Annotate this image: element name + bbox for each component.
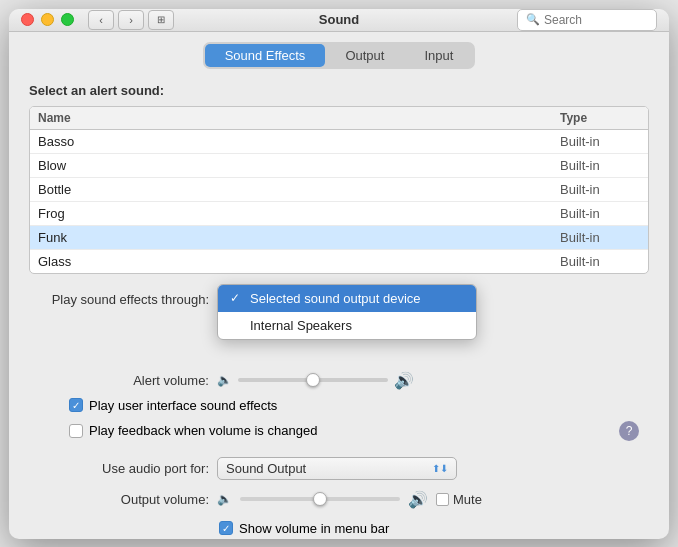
- dropdown-menu: ✓ Selected sound output device Internal …: [217, 284, 477, 340]
- tabs-bar: Sound Effects Output Input: [9, 32, 669, 69]
- window-title: Sound: [319, 12, 359, 27]
- audio-port-value: Sound Output: [226, 461, 306, 476]
- feedback-label: Play feedback when volume is changed: [89, 423, 317, 438]
- audio-port-select[interactable]: Sound Output ⬆⬇: [217, 457, 457, 480]
- check-icon: ✓: [230, 291, 246, 305]
- nav-buttons: ‹ ›: [88, 10, 144, 30]
- ui-sounds-row: Play user interface sound effects: [69, 398, 649, 413]
- close-button[interactable]: [21, 13, 34, 26]
- play-through-dropdown-wrapper: Selected sound output device ▲▼ ✓ Select…: [217, 288, 457, 311]
- traffic-lights: [21, 13, 74, 26]
- search-box[interactable]: 🔍: [517, 9, 657, 31]
- feedback-row: Play feedback when volume is changed ?: [69, 421, 649, 441]
- volume-high-icon: 🔊: [394, 371, 414, 390]
- table-row[interactable]: Frog Built-in: [30, 202, 648, 226]
- col-name: Name: [38, 111, 560, 125]
- tab-output[interactable]: Output: [325, 44, 404, 67]
- output-volume-low-icon: 🔈: [217, 492, 232, 506]
- sound-table: Name Type Basso Built-in Blow Built-in B…: [29, 106, 649, 274]
- dropdown-item-selected-device[interactable]: ✓ Selected sound output device: [218, 285, 476, 312]
- alert-volume-label: Alert volume:: [29, 373, 209, 388]
- search-icon: 🔍: [526, 13, 540, 26]
- dropdown-item-internal-speakers[interactable]: Internal Speakers: [218, 312, 476, 339]
- dropdown-item-label: Internal Speakers: [250, 318, 352, 333]
- ui-sounds-checkbox[interactable]: [69, 398, 83, 412]
- forward-button[interactable]: ›: [118, 10, 144, 30]
- output-volume-high-icon: 🔊: [408, 490, 428, 509]
- show-volume-checkbox[interactable]: [219, 521, 233, 535]
- search-input[interactable]: [544, 13, 648, 27]
- mute-label: Mute: [453, 492, 482, 507]
- tab-input[interactable]: Input: [404, 44, 473, 67]
- table-row[interactable]: Blow Built-in: [30, 154, 648, 178]
- table-row[interactable]: Bottle Built-in: [30, 178, 648, 202]
- sound-window: ‹ › ⊞ Sound 🔍 Sound Effects Output Input…: [9, 9, 669, 539]
- help-button[interactable]: ?: [619, 421, 639, 441]
- show-volume-label: Show volume in menu bar: [239, 521, 389, 536]
- volume-low-icon: 🔈: [217, 373, 232, 387]
- table-row[interactable]: Glass Built-in: [30, 250, 648, 273]
- output-volume-label: Output volume:: [29, 492, 209, 507]
- alert-volume-slider-row: 🔈 🔊: [217, 371, 414, 390]
- alert-slider-track: [238, 378, 388, 382]
- tab-sound-effects[interactable]: Sound Effects: [205, 44, 326, 67]
- back-button[interactable]: ‹: [88, 10, 114, 30]
- dropdown-item-label: Selected sound output device: [250, 291, 421, 306]
- settings-area: Play sound effects through: Selected sou…: [29, 288, 649, 536]
- content-area: Select an alert sound: Name Type Basso B…: [9, 69, 669, 539]
- feedback-checkbox[interactable]: [69, 424, 83, 438]
- output-volume-track: [240, 497, 400, 501]
- table-header: Name Type: [30, 107, 648, 130]
- show-volume-row: Show volume in menu bar: [219, 521, 649, 536]
- audio-port-row: Use audio port for: Sound Output ⬆⬇: [29, 457, 649, 480]
- maximize-button[interactable]: [61, 13, 74, 26]
- titlebar: ‹ › ⊞ Sound 🔍: [9, 9, 669, 32]
- audio-port-label: Use audio port for:: [29, 461, 209, 476]
- col-type: Type: [560, 111, 640, 125]
- table-row[interactable]: Basso Built-in: [30, 130, 648, 154]
- select-arrows-icon: ⬆⬇: [432, 463, 448, 474]
- minimize-button[interactable]: [41, 13, 54, 26]
- alert-sound-label: Select an alert sound:: [29, 83, 649, 98]
- output-volume-thumb[interactable]: [313, 492, 327, 506]
- mute-checkbox[interactable]: [436, 493, 449, 506]
- play-through-row: Play sound effects through: Selected sou…: [29, 288, 649, 311]
- tabs-container: Sound Effects Output Input: [203, 42, 476, 69]
- grid-button[interactable]: ⊞: [148, 10, 174, 30]
- alert-volume-row: Alert volume: 🔈 🔊: [29, 371, 649, 390]
- ui-sounds-label: Play user interface sound effects: [89, 398, 277, 413]
- feedback-inner: Play feedback when volume is changed: [69, 423, 317, 438]
- mute-row: Mute: [436, 492, 482, 507]
- alert-slider-thumb[interactable]: [306, 373, 320, 387]
- table-row-selected[interactable]: Funk Built-in: [30, 226, 648, 250]
- output-volume-row: Output volume: 🔈 🔊 Mute: [29, 490, 649, 509]
- play-through-label: Play sound effects through:: [29, 292, 209, 307]
